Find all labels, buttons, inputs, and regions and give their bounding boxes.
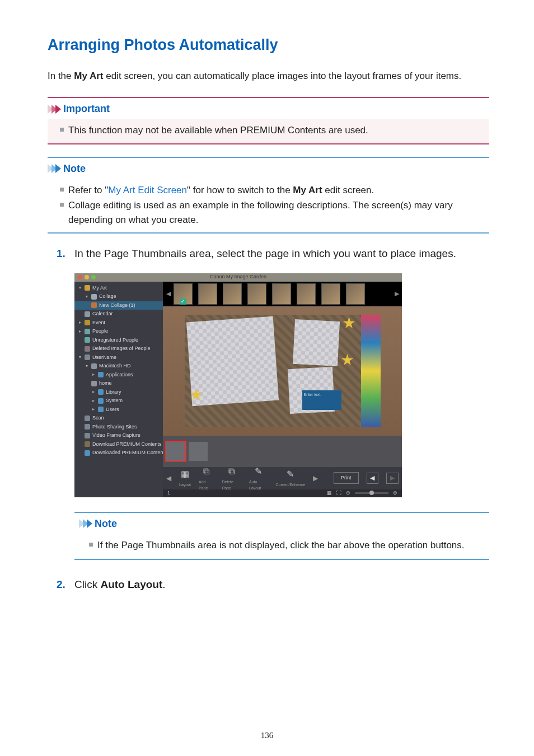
status-count: 1	[167, 489, 170, 497]
page-title: Arranging Photos Automatically	[48, 34, 489, 57]
candidate-thumb[interactable]	[346, 283, 365, 305]
note-item-2: Collage editing is used as an example in…	[68, 198, 489, 227]
candidate-thumb[interactable]	[174, 283, 193, 305]
operation-toolbar: ◀ ▦Layout ⧉Add Page ⧉Delete Page ✎Auto L…	[163, 467, 402, 489]
square-bullet-icon	[60, 188, 64, 192]
note-item-1: Refer to "My Art Edit Screen" for how to…	[68, 183, 374, 198]
arrows-icon	[48, 164, 59, 173]
page-thumbnails-area[interactable]	[163, 436, 402, 467]
intro-text-before: In the	[48, 71, 74, 81]
candidate-thumb[interactable]	[223, 283, 242, 305]
view-grid-icon[interactable]: ▦	[327, 489, 332, 497]
zoom-in-icon[interactable]: ⊕	[393, 489, 397, 497]
square-bullet-icon	[60, 203, 64, 207]
inner-note-callout: Note If the Page Thumbnails area is not …	[74, 512, 489, 561]
color-stripe-decoration	[361, 315, 381, 427]
page-number: 136	[0, 729, 534, 742]
step-2: Click Auto Layout.	[57, 577, 489, 593]
important-item-1: This function may not be available when …	[68, 123, 368, 138]
toolbar-next-button[interactable]: ▶	[313, 473, 318, 483]
note-label: Note	[95, 516, 117, 531]
candidate-thumb[interactable]	[321, 283, 340, 305]
arrows-icon	[48, 105, 59, 114]
important-label: Important	[63, 101, 110, 116]
step-2-auto-layout: Auto Layout	[100, 578, 162, 590]
intro-my-art: My Art	[74, 71, 103, 81]
important-callout: Important This function may not be avail…	[48, 97, 489, 144]
sidebar-item-new-collage[interactable]: New Collage (1)	[74, 301, 163, 310]
step-2-text-before: Click	[74, 578, 100, 590]
intro-paragraph: In the My Art edit screen, you can autom…	[48, 69, 489, 83]
star-icon	[341, 354, 354, 366]
candidate-thumb[interactable]	[297, 283, 316, 305]
toolbar-prev-button[interactable]: ◀	[166, 473, 171, 483]
step-1-text: In the Page Thumbnails area, select the …	[74, 248, 456, 259]
window-title: Canon My Image Garden	[74, 273, 402, 281]
status-bar: 1 ▦ ⛶ ⊖ ⊕	[163, 489, 402, 497]
text-placeholder[interactable]: Enter text.	[302, 390, 341, 410]
star-icon	[343, 317, 355, 329]
step-1: In the Page Thumbnails area, select the …	[57, 246, 489, 560]
app-screenshot: Canon My Image Garden ▾My Art ▾Collage N…	[74, 273, 402, 497]
square-bullet-icon	[60, 128, 64, 132]
note-label: Note	[63, 161, 86, 176]
layout-frame[interactable]	[186, 316, 278, 406]
print-button[interactable]: Print	[334, 472, 359, 484]
square-bullet-icon	[89, 543, 93, 547]
editor-canvas[interactable]: Enter text.	[163, 306, 402, 436]
step-2-text-after: .	[162, 578, 165, 590]
zoom-slider[interactable]	[355, 492, 388, 494]
add-page-button[interactable]: ⧉Add Page	[199, 465, 214, 491]
prev-thumb-button[interactable]: ◀	[166, 284, 170, 304]
inner-note-item-1: If the Page Thumbnails area is not displ…	[97, 538, 465, 553]
candidate-thumb[interactable]	[247, 283, 266, 305]
page-thumbnail[interactable]	[166, 442, 185, 461]
candidate-thumb[interactable]	[272, 283, 291, 305]
view-fit-icon[interactable]: ⛶	[336, 489, 341, 497]
forward-button[interactable]: ▶	[386, 473, 399, 484]
page-thumbnail[interactable]	[189, 442, 208, 461]
candidate-thumbnails: ◀ ▶	[163, 282, 402, 306]
next-thumb-button[interactable]: ▶	[395, 284, 399, 304]
note-callout: Note Refer to "My Art Edit Screen" for h…	[48, 157, 489, 234]
auto-layout-button[interactable]: ✎Auto Layout	[249, 465, 268, 491]
sidebar-tree[interactable]: ▾My Art ▾Collage New Collage (1) Calenda…	[74, 282, 163, 497]
layout-button[interactable]: ▦Layout	[179, 468, 191, 488]
zoom-out-icon[interactable]: ⊖	[346, 489, 350, 497]
candidate-thumb[interactable]	[198, 283, 217, 305]
correct-enhance-button[interactable]: ✎Correct/Enhance	[276, 468, 306, 488]
arrows-icon	[79, 519, 91, 528]
layout-frame[interactable]	[292, 319, 339, 366]
my-art-edit-screen-link[interactable]: My Art Edit Screen	[108, 185, 187, 195]
titlebar: Canon My Image Garden	[74, 273, 402, 282]
back-button[interactable]: ◀	[367, 473, 379, 484]
delete-page-button[interactable]: ⧉Delete Page	[222, 465, 242, 491]
intro-text-after: edit screen, you can automatically place…	[104, 71, 462, 81]
